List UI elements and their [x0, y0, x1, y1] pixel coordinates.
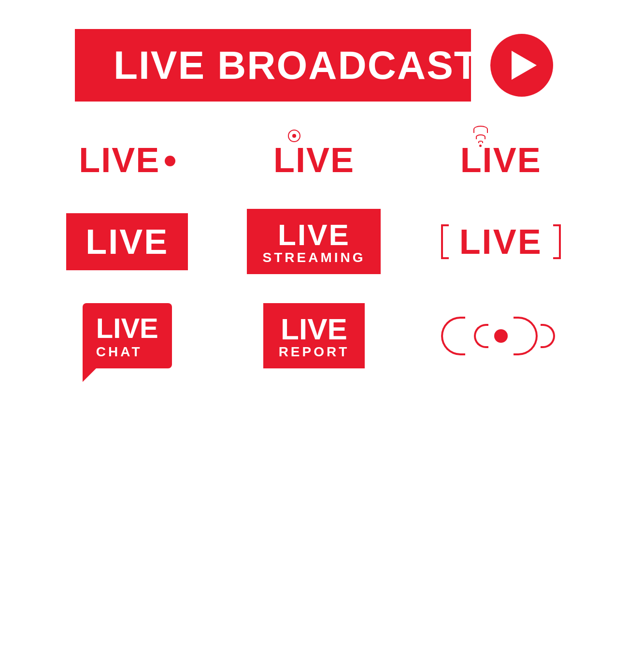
icon-cell-live-target: LIVE: [226, 140, 403, 180]
icon-cell-live-wifi: LIVE: [412, 140, 589, 180]
live-chat-line2: CHAT: [96, 344, 158, 360]
target-outer-ring: [288, 130, 300, 142]
live-report-line2: REPORT: [279, 344, 350, 360]
radio-left-arc-large: [441, 317, 465, 355]
live-bracket-badge: LIVE: [441, 222, 561, 262]
live-box-text: LIVE: [86, 222, 169, 261]
live-wifi-badge: LIVE: [460, 140, 542, 180]
bracket-left-icon: [441, 224, 455, 259]
live-dot-text: LIVE: [79, 140, 160, 180]
bracket-right-icon: [547, 224, 561, 259]
live-streaming-line1: LIVE: [262, 218, 365, 252]
live-bracket-text: LIVE: [459, 222, 542, 262]
live-filled-box: LIVE: [66, 213, 188, 270]
play-triangle-icon: [512, 51, 537, 80]
live-dot-circle: [165, 156, 175, 166]
live-dot-badge: LIVE: [79, 140, 175, 180]
live-broadcast-banner: LIVE BROADCAST: [75, 29, 471, 102]
main-canvas: LIVE BROADCAST LIVE LIVE: [0, 0, 628, 672]
live-streaming-line2: STREAMING: [262, 250, 365, 265]
live-report-line1: LIVE: [279, 312, 350, 346]
radio-arc-left: [441, 317, 488, 355]
live-report-box: LIVE REPORT: [263, 303, 365, 368]
live-wifi-text: LIVE: [460, 141, 542, 179]
radio-right-arc-small: [541, 324, 555, 348]
live-chat-bubble: LIVE CHAT: [83, 303, 172, 368]
radio-right-arc-large: [514, 317, 538, 355]
radio-left-arc-small: [474, 324, 488, 348]
live-target-text: LIVE: [273, 141, 355, 179]
icon-cell-live-report: LIVE REPORT: [226, 303, 403, 368]
icon-cell-live-streaming: LIVE STREAMING: [226, 209, 403, 274]
wifi-dot: [479, 145, 482, 147]
live-chat-line1: LIVE: [96, 312, 158, 344]
wifi-arc-medium: [476, 134, 485, 139]
radio-wave-icon: [441, 317, 561, 355]
wifi-arc-large: [473, 126, 488, 133]
target-icon: [288, 130, 300, 142]
icon-cell-live-bracket: LIVE: [412, 209, 589, 274]
icon-cell-radio-wave: [412, 303, 589, 368]
bracket-left-vert: [441, 224, 443, 259]
icon-cell-live-box: LIVE: [39, 209, 216, 274]
live-broadcast-title: LIVE BROADCAST: [114, 43, 479, 87]
wifi-arc-small: [478, 141, 483, 143]
icon-cell-live-dot: LIVE: [39, 140, 216, 180]
live-streaming-box: LIVE STREAMING: [247, 209, 381, 274]
bracket-right-vert: [559, 224, 561, 259]
radio-arc-right: [514, 317, 561, 355]
live-target-badge: LIVE: [273, 140, 355, 180]
top-section: LIVE BROADCAST: [0, 29, 628, 102]
wifi-icon: [473, 126, 488, 147]
icons-grid: LIVE LIVE: [0, 140, 628, 368]
icon-cell-live-chat: LIVE CHAT: [39, 303, 216, 368]
target-inner-dot: [292, 134, 296, 138]
play-button[interactable]: [490, 34, 553, 97]
radio-center-dot: [494, 329, 508, 343]
